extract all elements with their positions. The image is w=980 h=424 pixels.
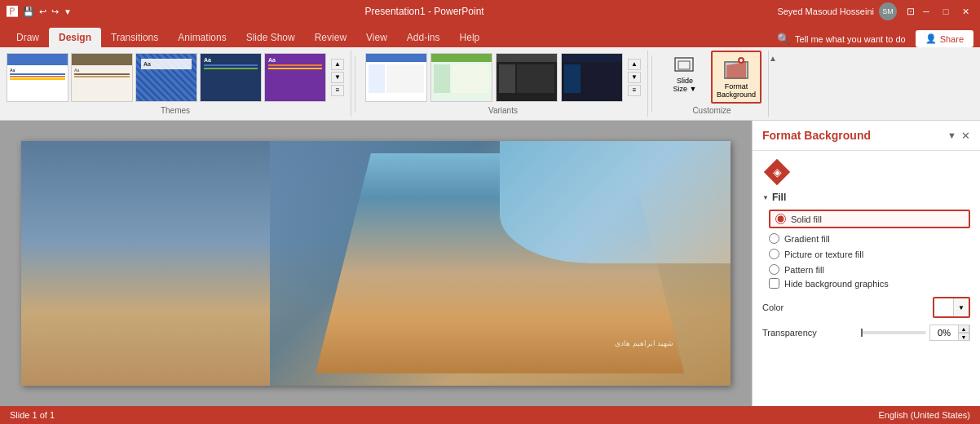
solid-fill-option[interactable]: Solid fill [769, 210, 970, 228]
variant-item-2[interactable] [430, 53, 492, 102]
fill-section-header[interactable]: ▼ Fill [762, 192, 970, 203]
powerpoint-logo-icon: 🅿 [7, 5, 18, 18]
variants-scroll-down[interactable]: ▼ [628, 72, 641, 83]
ribbon-tabs: Draw Design Transitions Animations Slide… [0, 23, 980, 47]
close-button[interactable]: ✕ [957, 3, 973, 20]
slide-text: شهید ابراهیم هادی [615, 338, 673, 349]
quick-access-more-icon[interactable]: ▼ [64, 7, 72, 16]
panel-close-icon[interactable]: ✕ [961, 130, 970, 142]
panel-body: ◈ ▼ Fill Solid fill Gradient fill [753, 151, 980, 347]
pattern-fill-option[interactable]: Pattern fill [769, 264, 970, 275]
slide-info: Slide 1 of 1 [10, 410, 55, 420]
theme-item-3[interactable]: Aa [135, 53, 197, 102]
theme-item-1[interactable]: Aa [7, 53, 68, 102]
fill-section-label: Fill [772, 192, 786, 203]
variants-scroll-arrows: ▲ ▼ ≡ [628, 59, 641, 96]
solid-fill-label: Solid fill [791, 214, 822, 224]
ribbon: Aa Aa [0, 47, 980, 121]
format-background-label: Format Background [716, 83, 757, 99]
tab-draw[interactable]: Draw [7, 28, 49, 47]
user-info: Seyed Masoud Hosseini SM [777, 2, 897, 20]
title-bar-right: Seyed Masoud Hosseini SM ⊡ ─ □ ✕ [777, 2, 973, 20]
tab-animations[interactable]: Animations [168, 28, 236, 47]
panel-dropdown-icon[interactable]: ▼ [947, 130, 956, 140]
theme-item-4[interactable]: Aa [200, 53, 262, 102]
hide-bg-graphics-option[interactable]: Hide background graphics [769, 278, 970, 289]
transparency-decrement[interactable]: ▼ [958, 333, 969, 341]
themes-scroll: Aa Aa [7, 53, 326, 102]
minimize-button[interactable]: ─ [918, 3, 934, 20]
fill-icon: ◈ [762, 157, 792, 187]
pattern-fill-label: Pattern fill [784, 265, 824, 275]
pattern-fill-radio[interactable] [769, 264, 779, 275]
hide-bg-graphics-label: Hide background graphics [784, 279, 889, 289]
status-bar: Slide 1 of 1 English (United States) [0, 406, 980, 424]
themes-scroll-up[interactable]: ▲ [331, 59, 344, 70]
tab-help[interactable]: Help [450, 28, 490, 47]
quick-access-redo-icon[interactable]: ↪ [51, 7, 59, 17]
transparency-control: 0% ▲ ▼ [861, 325, 970, 341]
slide: شهید ابراهیم هادی [21, 141, 731, 386]
fill-options: Solid fill Gradient fill Picture or text… [769, 210, 970, 275]
format-background-panel: Format Background ▼ ✕ ◈ ▼ Fill [752, 121, 980, 406]
theme-item-5[interactable]: Aa [264, 53, 326, 102]
format-background-button[interactable]: Format Background [711, 51, 761, 104]
language-info: English (United States) [879, 410, 971, 420]
variants-label: Variants [488, 106, 518, 115]
picture-texture-radio[interactable] [769, 249, 779, 259]
transparency-input-group: 0% ▲ ▼ [929, 325, 970, 341]
transparency-value[interactable]: 0% [930, 328, 958, 338]
hide-bg-graphics-checkbox[interactable] [769, 278, 779, 289]
slide-size-button[interactable]: SlideSize ▼ [662, 51, 708, 98]
customize-label: Customize [692, 106, 731, 115]
tab-slideshow[interactable]: Slide Show [236, 28, 305, 47]
tab-transitions[interactable]: Transitions [101, 28, 168, 47]
format-background-icon [723, 55, 749, 82]
transparency-row: Transparency 0% ▲ ▼ [762, 325, 970, 341]
variants-section: ▲ ▼ ≡ Variants [359, 51, 648, 117]
themes-scroll-more[interactable]: ≡ [331, 85, 344, 96]
color-dropdown-arrow[interactable]: ▼ [954, 298, 969, 316]
tab-design[interactable]: Design [49, 28, 101, 47]
fill-icon-container: ◈ [762, 157, 970, 187]
variant-item-1[interactable] [365, 53, 427, 102]
ribbon-collapse[interactable]: ▲ [769, 51, 777, 117]
search-label[interactable]: Tell me what you want to do [795, 34, 906, 44]
customize-section: SlideSize ▼ Format Background Customize [656, 51, 769, 117]
transparency-label: Transparency [762, 328, 817, 338]
transparency-slider[interactable] [861, 331, 926, 334]
separator-2 [651, 55, 652, 113]
title-bar-left: 🅿 💾 ↩ ↪ ▼ [7, 5, 72, 18]
themes-label: Themes [161, 106, 190, 115]
gradient-fill-radio[interactable] [769, 233, 779, 244]
themes-scroll-arrows: ▲ ▼ ≡ [331, 59, 344, 96]
solid-fill-radio[interactable] [775, 214, 786, 224]
share-button[interactable]: 👤 Share [916, 30, 973, 47]
slide-sky [500, 141, 731, 263]
color-swatch [934, 298, 954, 316]
tab-addins[interactable]: Add-ins [397, 28, 450, 47]
quick-access-undo-icon[interactable]: ↩ [39, 7, 46, 17]
search-icon: 🔍 [777, 33, 790, 45]
display-options-icon[interactable]: ⊡ [907, 6, 915, 17]
separator-1 [355, 55, 355, 113]
transparency-spinner: ▲ ▼ [958, 325, 969, 341]
tab-review[interactable]: Review [305, 28, 356, 47]
themes-scroll-down[interactable]: ▼ [331, 72, 344, 83]
gradient-fill-label: Gradient fill [784, 234, 830, 244]
restore-button[interactable]: □ [938, 3, 954, 20]
quick-access-save-icon[interactable]: 💾 [23, 7, 34, 17]
color-picker-button[interactable]: ▼ [933, 297, 970, 318]
variant-item-3[interactable] [496, 53, 558, 102]
variants-scroll-more[interactable]: ≡ [628, 85, 641, 96]
variants-scroll-up[interactable]: ▲ [628, 59, 641, 70]
gradient-fill-option[interactable]: Gradient fill [769, 233, 970, 244]
picture-texture-option[interactable]: Picture or texture fill [769, 249, 970, 259]
slide-area[interactable]: شهید ابراهیم هادی [0, 121, 752, 406]
theme-item-2[interactable]: Aa [71, 53, 133, 102]
tab-view[interactable]: View [356, 28, 397, 47]
transparency-increment[interactable]: ▲ [958, 325, 969, 333]
svg-rect-1 [678, 61, 690, 69]
panel-title: Format Background [762, 129, 871, 142]
variant-item-4[interactable] [561, 53, 623, 102]
